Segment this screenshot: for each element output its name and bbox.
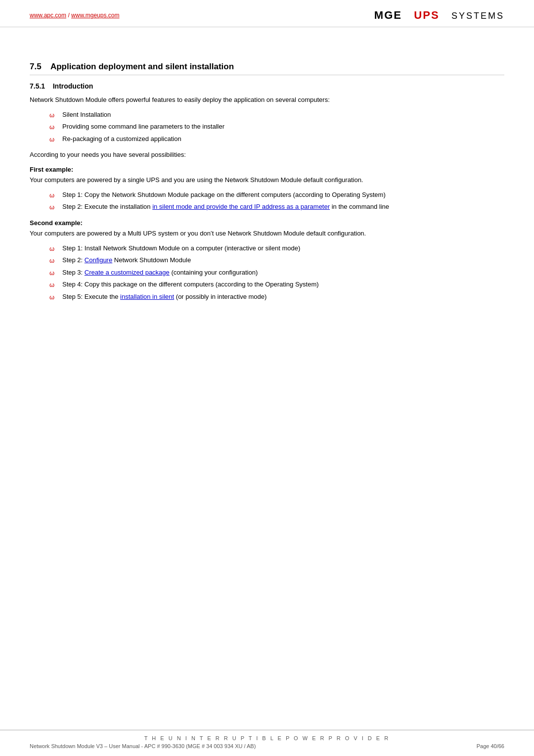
list-item: ω Step 4: Copy this package on the diffe… bbox=[49, 280, 504, 290]
omega-icon-se4: ω bbox=[49, 280, 56, 290]
step2b-before: Step 2: bbox=[62, 256, 85, 264]
list-item: ω Step 5: Execute the installation in si… bbox=[49, 292, 504, 302]
omega-icon-se1: ω bbox=[49, 244, 56, 254]
list-item: ω Step 2: Configure Network Shutdown Mod… bbox=[49, 255, 504, 266]
second-example-step-3: Step 3: Create a customized package (con… bbox=[62, 268, 504, 278]
footer-doc-info: Network Shutdown Module V3 – User Manual… bbox=[30, 743, 256, 749]
bullet-item-1: Silent Installation bbox=[62, 110, 504, 120]
second-example-step-5: Step 5: Execute the installation in sile… bbox=[62, 292, 504, 302]
omega-icon-2: ω bbox=[49, 122, 56, 132]
step5-before: Step 5: Execute the bbox=[62, 293, 120, 300]
possibilities-paragraph: According to your needs you have several… bbox=[30, 150, 504, 160]
omega-icon-se2: ω bbox=[49, 256, 56, 266]
step2-before: Step 2: Execute the installation bbox=[62, 203, 152, 210]
bullet-item-2: Providing some command line parameters t… bbox=[62, 122, 504, 132]
omega-icon-se5: ω bbox=[49, 292, 56, 302]
step3-before: Step 3: bbox=[62, 269, 85, 276]
header: www.apc.com / www.mgeups.com MGE UPS SYS… bbox=[0, 0, 534, 27]
step3-link[interactable]: Create a customized package bbox=[85, 269, 170, 276]
logo-mge: MGE bbox=[374, 9, 402, 21]
mgeups-link[interactable]: www.mgeups.com bbox=[71, 12, 119, 19]
list-item: ω Step 1: Install Network Shutdown Modul… bbox=[49, 243, 504, 254]
subsection-title: Introduction bbox=[53, 82, 93, 90]
step2b-after: Network Shutdown Module bbox=[112, 256, 191, 264]
first-example-text: Your computers are powered by a single U… bbox=[30, 175, 504, 185]
first-example-label: First example: bbox=[30, 165, 504, 175]
apc-link[interactable]: www.apc.com bbox=[30, 12, 66, 19]
step3-after: (containing your configuration) bbox=[170, 269, 258, 276]
step5-after: (or possibly in interactive mode) bbox=[174, 293, 267, 300]
step2-link[interactable]: in silent mode and provide the card IP a… bbox=[152, 203, 330, 210]
omega-icon-3: ω bbox=[49, 135, 56, 144]
omega-icon-fe2: ω bbox=[49, 202, 56, 212]
footer: T H E U N I N T E R R U P T I B L E P O … bbox=[0, 730, 534, 756]
subsection-heading: 7.5.1 Introduction bbox=[30, 82, 504, 90]
step2b-link[interactable]: Configure bbox=[85, 256, 112, 264]
footer-tagline: T H E U N I N T E R R U P T I B L E P O … bbox=[30, 735, 504, 741]
list-item: ω Re-packaging of a customized applicati… bbox=[49, 134, 504, 144]
footer-page: Page 40/66 bbox=[477, 743, 504, 749]
logo-systems: SYSTEMS bbox=[451, 11, 504, 21]
list-item: ω Providing some command line parameters… bbox=[49, 122, 504, 132]
second-example-step-2: Step 2: Configure Network Shutdown Modul… bbox=[62, 255, 504, 265]
step2-after: in the command line bbox=[330, 203, 389, 210]
second-example-text: Your computers are powered by a Multi UP… bbox=[30, 229, 504, 238]
section-heading: 7.5 Application deployment and silent in… bbox=[30, 62, 504, 75]
step5-link[interactable]: installation in silent bbox=[120, 293, 174, 300]
list-item: ω Step 2: Execute the installation in si… bbox=[49, 202, 504, 212]
second-example-steps: ω Step 1: Install Network Shutdown Modul… bbox=[49, 243, 504, 302]
second-example-label: Second example: bbox=[30, 218, 504, 228]
list-item: ω Step 1: Copy the Network Shutdown Modu… bbox=[49, 190, 504, 200]
footer-info: Network Shutdown Module V3 – User Manual… bbox=[30, 743, 504, 749]
list-item: ω Silent Installation bbox=[49, 110, 504, 120]
header-links: www.apc.com / www.mgeups.com bbox=[30, 12, 119, 19]
page-container: www.apc.com / www.mgeups.com MGE UPS SYS… bbox=[0, 0, 534, 756]
header-logo: MGE UPS SYSTEMS bbox=[374, 9, 504, 22]
omega-icon-fe1: ω bbox=[49, 190, 56, 200]
first-example-step-2: Step 2: Execute the installation in sile… bbox=[62, 202, 504, 212]
subsection-number: 7.5.1 bbox=[30, 82, 45, 90]
first-example-step-1: Step 1: Copy the Network Shutdown Module… bbox=[62, 190, 504, 200]
second-example-step-1: Step 1: Install Network Shutdown Module … bbox=[62, 243, 504, 253]
list-item: ω Step 3: Create a customized package (c… bbox=[49, 268, 504, 278]
omega-icon-se3: ω bbox=[49, 268, 56, 278]
logo-ups: UPS bbox=[414, 9, 439, 21]
section-number: 7.5 bbox=[30, 62, 42, 71]
bullet-item-3: Re-packaging of a customized application bbox=[62, 134, 504, 144]
section-title: Application deployment and silent instal… bbox=[50, 62, 234, 71]
main-content: 7.5 Application deployment and silent in… bbox=[0, 27, 534, 328]
second-example-step-4: Step 4: Copy this package on the differe… bbox=[62, 280, 504, 289]
first-example-steps: ω Step 1: Copy the Network Shutdown Modu… bbox=[49, 190, 504, 212]
omega-icon-1: ω bbox=[49, 110, 56, 120]
intro-bullet-list: ω Silent Installation ω Providing some c… bbox=[49, 110, 504, 144]
intro-paragraph: Network Shutdown Module offers powerful … bbox=[30, 95, 504, 105]
